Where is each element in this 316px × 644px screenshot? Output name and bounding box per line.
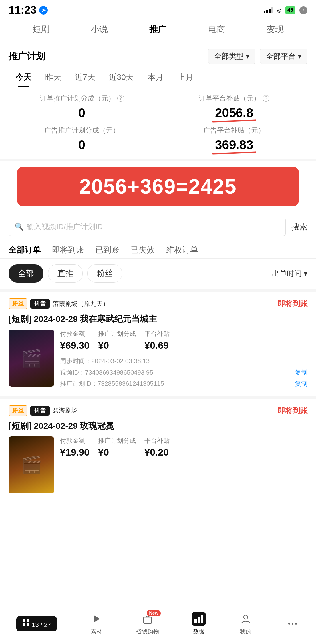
- tag-fans-2: 粉丝: [9, 405, 27, 416]
- time-sort-button[interactable]: 出单时间 ▾: [272, 269, 307, 279]
- date-tab-30days[interactable]: 近30天: [102, 68, 141, 87]
- thumbnail-image-2: 🎬: [9, 436, 54, 493]
- order-body-1: 🎬 付款金额 ¥69.30 推广计划分成 ¥0 平台补贴 ¥0.69: [9, 330, 307, 389]
- channel-name-2: 碧海剧场: [53, 406, 78, 415]
- order-card-2-tags: 粉丝 抖音 碧海剧场: [9, 405, 78, 416]
- section-title: 推广计划: [9, 50, 45, 63]
- commission-label-1: 推广计划分成: [98, 330, 136, 338]
- svg-rect-5: [144, 617, 152, 623]
- nav-item-推广[interactable]: 推广: [146, 22, 169, 37]
- date-tab-today[interactable]: 今天: [9, 68, 38, 87]
- stat-ad-subsidy-label: 广告平台补贴（元）: [203, 126, 265, 135]
- bottom-nav-shopping[interactable]: New 省钱购物: [136, 612, 159, 635]
- bottom-nav-data[interactable]: 数据: [192, 612, 206, 635]
- stat-order-subsidy-value: 2056.8: [215, 106, 253, 120]
- filter-fans-button[interactable]: 粉丝: [87, 264, 122, 283]
- bottom-nav-mine[interactable]: 我的: [239, 612, 253, 635]
- date-tab-thismonth[interactable]: 本月: [141, 68, 170, 87]
- order-title-1: [短剧] 2024-02-29 我在寒武纪元当城主: [9, 313, 307, 325]
- stat-order-commission: 订单推广计划分成（元） ? 0: [9, 94, 155, 120]
- data-icon: [192, 612, 206, 626]
- date-tab-7days[interactable]: 近7天: [68, 68, 102, 87]
- pay-label-2: 付款金额: [60, 436, 90, 445]
- help-icon-order-subsidy[interactable]: ?: [263, 95, 269, 102]
- filter-platform-button[interactable]: 全部平台 ▾: [260, 49, 307, 64]
- status-right: ⌾ 45 ×: [264, 6, 307, 14]
- filter-direct-button[interactable]: 直推: [48, 264, 83, 283]
- date-tab-yesterday[interactable]: 昨天: [38, 68, 68, 87]
- signal-bars: [264, 7, 273, 13]
- order-status-1: 即将到账: [278, 299, 307, 309]
- svg-point-11: [292, 623, 293, 625]
- nav-item-短剧[interactable]: 短剧: [29, 22, 52, 37]
- order-tab-dispute[interactable]: 维权订单: [166, 242, 198, 258]
- pay-label-1: 付款金额: [60, 330, 90, 338]
- stat-order-subsidy: 订单平台补贴（元） ? 2056.8: [161, 94, 308, 120]
- order-amounts-1: 付款金额 ¥69.30 推广计划分成 ¥0 平台补贴 ¥0.69: [60, 330, 307, 351]
- tag-platform-2: 抖音: [30, 406, 50, 416]
- order-tab-all[interactable]: 全部订单: [9, 242, 41, 258]
- amount-pay-1: 付款金额 ¥69.30: [60, 330, 90, 351]
- tag-platform-1: 抖音: [30, 299, 50, 309]
- copy-video-id-1[interactable]: 复制: [295, 367, 307, 378]
- search-placeholder: 输入视频ID/推广计划ID: [27, 222, 103, 232]
- order-tab-received[interactable]: 已到账: [95, 242, 119, 258]
- svg-marker-4: [94, 615, 100, 622]
- pay-value-1: ¥69.30: [60, 340, 90, 351]
- calc-banner-wrapper: 2056+369=2425: [0, 161, 316, 218]
- order-thumbnail-1: 🎬: [9, 330, 54, 387]
- search-button[interactable]: 搜索: [291, 222, 307, 232]
- order-tab-expired[interactable]: 已失效: [131, 242, 155, 258]
- mine-icon: [239, 612, 253, 626]
- svg-rect-1: [27, 619, 29, 622]
- stat-order-commission-label: 订单推广计划分成（元） ?: [40, 94, 124, 103]
- materials-icon: [89, 612, 104, 626]
- status-bar: 11:23 ➤ ⌾ 45 ×: [0, 0, 316, 19]
- filter-type-button[interactable]: 全部类型 ▾: [208, 49, 255, 64]
- battery-indicator: 45: [285, 6, 295, 14]
- bottom-navigation: 13 / 27 素材 New 省钱购物 数据: [0, 607, 316, 644]
- location-icon: ➤: [39, 6, 48, 15]
- status-time: 11:23 ➤: [9, 4, 48, 16]
- tag-fans-1: 粉丝: [9, 298, 27, 309]
- search-input-wrap[interactable]: 🔍 输入视频ID/推广计划ID: [9, 218, 286, 236]
- order-title-2: [短剧] 2024-02-29 玫瑰冠冕: [9, 420, 307, 432]
- stats-grid: 订单推广计划分成（元） ? 0 订单平台补贴（元） ? 2056.8 广告推广计…: [0, 87, 316, 161]
- search-icon: 🔍: [15, 222, 24, 231]
- shopping-badge: New: [147, 610, 161, 616]
- order-meta-1: 同步时间：2024-03-02 03:38:13 视频ID：7340869349…: [60, 355, 307, 389]
- nav-item-变现[interactable]: 变现: [264, 22, 287, 37]
- nav-item-小说[interactable]: 小说: [88, 22, 111, 37]
- order-card-1-tags: 粉丝 抖音 落霞剧场（原九天）: [9, 298, 109, 309]
- svg-rect-7: [198, 617, 200, 623]
- order-card-2: 粉丝 抖音 碧海剧场 即将到账 [短剧] 2024-02-29 玫瑰冠冕 🎬 付…: [0, 396, 316, 500]
- stat-ad-commission-value: 0: [79, 138, 85, 152]
- stat-order-commission-value: 0: [79, 106, 85, 120]
- stat-ad-subsidy: 广告平台补贴（元） 369.83: [161, 126, 308, 152]
- close-button[interactable]: ×: [299, 6, 307, 14]
- grid-icon: [22, 619, 30, 627]
- search-bar: 🔍 输入视频ID/推广计划ID 搜索: [0, 218, 316, 236]
- subsidy-value-1: ¥0.69: [144, 340, 170, 351]
- help-icon-order-commission[interactable]: ?: [117, 95, 124, 102]
- svg-rect-8: [201, 615, 203, 623]
- order-tab-pending[interactable]: 即将到账: [52, 242, 84, 258]
- bottom-nav-more[interactable]: [285, 617, 300, 631]
- svg-rect-2: [23, 623, 25, 626]
- thumbnail-image-1: 🎬: [9, 330, 54, 387]
- filter-all-button[interactable]: 全部: [9, 264, 43, 283]
- nav-item-电商[interactable]: 电商: [205, 22, 228, 37]
- order-details-2: 付款金额 ¥19.90 推广计划分成 ¥0 平台补贴 ¥0.20: [60, 436, 307, 493]
- stat-ad-commission: 广告推广计划分成（元） 0: [9, 126, 155, 152]
- date-tab-lastmonth[interactable]: 上月: [170, 68, 200, 87]
- copy-plan-id-1[interactable]: 复制: [295, 378, 307, 389]
- svg-point-9: [244, 615, 248, 619]
- more-icon: [285, 617, 300, 631]
- page-indicator: 13 / 27: [16, 616, 57, 631]
- bottom-nav-materials[interactable]: 素材: [89, 612, 104, 635]
- pay-value-2: ¥19.90: [60, 447, 90, 458]
- stat-ad-subsidy-value: 369.83: [215, 138, 253, 152]
- subsidy-label-2: 平台补贴: [144, 436, 170, 445]
- commission-value-2: ¥0: [98, 447, 136, 458]
- order-details-1: 付款金额 ¥69.30 推广计划分成 ¥0 平台补贴 ¥0.69 同步时间：20…: [60, 330, 307, 389]
